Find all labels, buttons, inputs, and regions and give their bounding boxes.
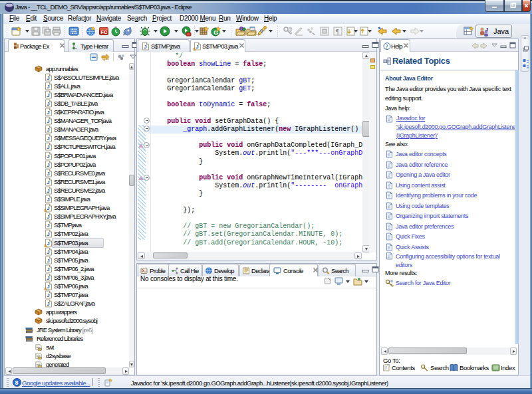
svg-text:¶: ¶: [336, 28, 339, 35]
svg-text:?: ?: [386, 44, 388, 50]
svg-text:J: J: [485, 27, 488, 33]
svg-text:FC: FC: [101, 29, 108, 35]
svg-text:8: 8: [15, 379, 18, 386]
